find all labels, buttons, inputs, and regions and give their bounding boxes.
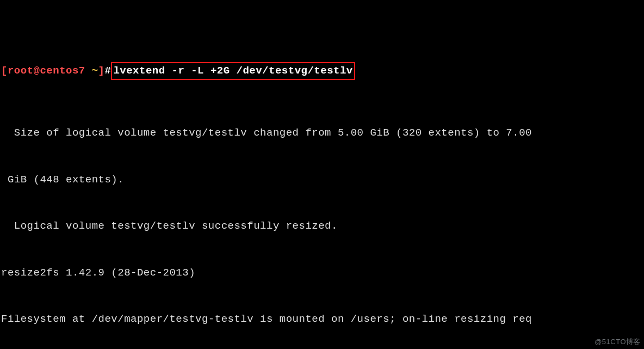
prompt-user: root [8, 65, 34, 77]
command-lvextend: lvextend -r -L +2G /dev/testvg/testlv [113, 65, 352, 77]
watermark: @51CTO博客 [595, 336, 641, 347]
prompt-line-1: [root@centos7 ~]#lvextend -r -L +2G /dev… [1, 63, 642, 79]
highlight-cmd-lvextend: lvextend -r -L +2G /dev/testvg/testlv [111, 62, 355, 80]
output-line: Filesystem at /dev/mapper/testvg-testlv … [1, 311, 642, 327]
prompt-open-bracket: [ [1, 65, 8, 77]
prompt-symbol: # [104, 65, 111, 77]
prompt-at: @ [34, 65, 40, 77]
output-line: resize2fs 1.42.9 (28-Dec-2013) [1, 265, 642, 281]
output-line: Size of logical volume testvg/testlv cha… [1, 125, 642, 141]
prompt-close-bracket: ] [98, 65, 105, 77]
terminal[interactable]: [root@centos7 ~]#lvextend -r -L +2G /dev… [0, 0, 644, 349]
output-line: Logical volume testvg/testlv successfull… [1, 218, 642, 234]
prompt-cwd: ~ [92, 65, 98, 77]
prompt-host: centos7 [40, 65, 85, 77]
output-line: GiB (448 extents). [1, 172, 642, 188]
